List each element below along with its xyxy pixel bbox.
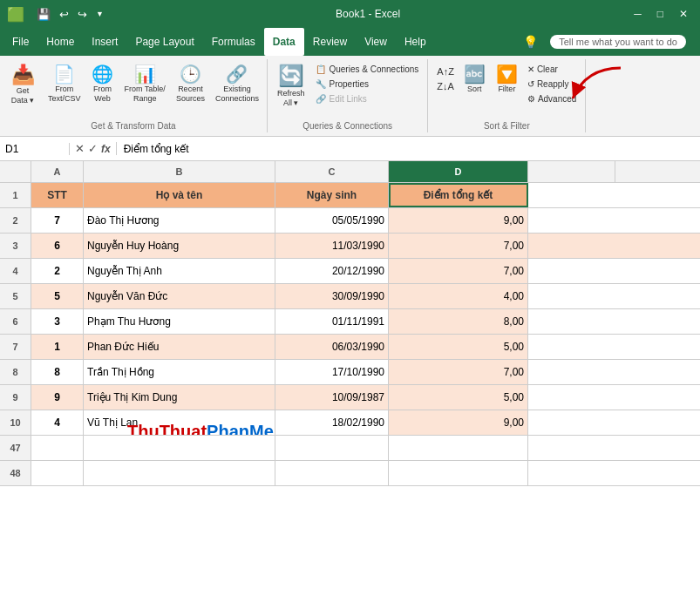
cell-b6[interactable]: Phạm Thu Hương [84, 309, 275, 334]
cell-d8[interactable]: 7,00 [389, 360, 528, 384]
cell-d48[interactable] [389, 461, 528, 485]
cell-b47[interactable] [84, 436, 275, 460]
col-header-b[interactable]: B [84, 161, 275, 182]
cell-c8[interactable]: 17/10/1990 [275, 360, 389, 384]
menu-data[interactable]: Data [264, 28, 304, 56]
col-header-c[interactable]: C [275, 161, 389, 182]
minimize-btn[interactable]: ─ [629, 6, 647, 22]
title-bar: 🟩 💾 ↩ ↪ ▼ Book1 - Excel ─ □ ✕ [0, 0, 700, 28]
cell-b10[interactable]: Vũ Thị Lan ThuThuatPhanMem.vn [84, 410, 275, 435]
cell-a2[interactable]: 7 [31, 208, 84, 233]
recent-sources-btn[interactable]: 🕒 RecentSources [172, 61, 209, 106]
existing-connections-btn[interactable]: 🔗 ExistingConnections [211, 61, 263, 106]
qc-label: Queries & Connections [329, 64, 418, 74]
insert-function-icon[interactable]: fx [101, 143, 111, 155]
cell-c10[interactable]: 18/02/1990 [275, 410, 389, 435]
filter-btn[interactable]: 🔽 Filter [492, 61, 522, 96]
from-table-btn[interactable]: 📊 From Table/Range [120, 61, 170, 106]
cell-a9[interactable]: 9 [31, 385, 84, 410]
cell-b8[interactable]: Trần Thị Hồng [84, 360, 275, 384]
cell-c7[interactable]: 06/03/1990 [275, 335, 389, 359]
cell-b48[interactable] [84, 461, 275, 485]
menu-help[interactable]: Help [396, 28, 435, 56]
from-web-btn[interactable]: 🌐 FromWeb [87, 61, 119, 106]
qa-dropdown-btn[interactable]: ▼ [92, 8, 107, 20]
redo-btn[interactable]: ↪ [74, 6, 91, 23]
queries-connections-btn[interactable]: 📋 Queries & Connections [312, 63, 422, 76]
table-row: 8 8 Trần Thị Hồng 17/10/1990 7,00 [0, 360, 700, 385]
cell-d47[interactable] [389, 436, 528, 460]
cell-d7[interactable]: 5,00 [389, 335, 528, 359]
sort-za-btn[interactable]: Z↓A [433, 79, 458, 93]
cell-b1[interactable]: Họ và tên [84, 183, 275, 207]
save-quick-btn[interactable]: 💾 [33, 6, 54, 23]
get-transform-label: Get & Transform Data [0, 121, 267, 131]
cell-c3[interactable]: 11/03/1990 [275, 234, 389, 258]
close-btn[interactable]: ✕ [674, 6, 693, 22]
row-number-47: 47 [0, 436, 31, 460]
cell-a1[interactable]: STT [31, 183, 84, 207]
menu-file[interactable]: File [3, 28, 37, 56]
cell-a5[interactable]: 5 [31, 284, 84, 308]
menu-page-layout[interactable]: Page Layout [126, 28, 202, 56]
cell-d9[interactable]: 5,00 [389, 385, 528, 410]
formula-input[interactable] [117, 143, 700, 155]
cell-a47[interactable] [31, 436, 84, 460]
cell-b3[interactable]: Nguyễn Huy Hoàng [84, 234, 275, 258]
cell-d10[interactable]: 9,00 [389, 410, 528, 435]
cell-b5[interactable]: Nguyễn Văn Đức [84, 284, 275, 308]
row-number-48: 48 [0, 461, 31, 485]
cell-c1[interactable]: Ngày sinh [275, 183, 389, 207]
col-header-a[interactable]: A [31, 161, 84, 182]
sort-az-btn[interactable]: A↑Z [433, 64, 458, 78]
cell-b9[interactable]: Triệu Thị Kim Dung [84, 385, 275, 410]
from-text-btn[interactable]: 📄 FromText/CSV [44, 61, 85, 106]
menu-home[interactable]: Home [37, 28, 83, 56]
cell-c4[interactable]: 20/12/1990 [275, 259, 389, 283]
cell-a48[interactable] [31, 461, 84, 485]
cell-a4[interactable]: 2 [31, 259, 84, 283]
lightbulb-icon: 💡 [523, 35, 538, 49]
sort-btn[interactable]: 🔤 Sort [459, 61, 490, 96]
cell-b2[interactable]: Đào Thị Hương [84, 208, 275, 233]
cancel-formula-icon[interactable]: ✕ [75, 142, 85, 155]
cell-d4[interactable]: 7,00 [389, 259, 528, 283]
get-data-btn[interactable]: 📥 GetData ▾ [3, 61, 42, 108]
cell-a10[interactable]: 4 [31, 410, 84, 435]
cell-d2[interactable]: 9,00 [389, 208, 528, 233]
cell-a7[interactable]: 1 [31, 335, 84, 359]
reapply-icon: ↺ [527, 79, 534, 89]
menu-review[interactable]: Review [304, 28, 356, 56]
tell-me-box[interactable]: Tell me what you want to do [550, 35, 686, 49]
cell-c2[interactable]: 05/05/1990 [275, 208, 389, 233]
cell-name-box[interactable]: D1 [0, 143, 70, 155]
cell-b7[interactable]: Phan Đức Hiếu [84, 335, 275, 359]
menu-insert[interactable]: Insert [83, 28, 126, 56]
cell-c9[interactable]: 10/09/1987 [275, 385, 389, 410]
properties-btn[interactable]: 🔧 Properties [312, 78, 422, 91]
ribbon-group-get-transform: 📥 GetData ▾ 📄 FromText/CSV 🌐 FromWeb 📊 F… [0, 59, 268, 132]
confirm-formula-icon[interactable]: ✓ [88, 142, 98, 155]
cell-d5[interactable]: 4,00 [389, 284, 528, 308]
cell-d3[interactable]: 7,00 [389, 234, 528, 258]
cell-c5[interactable]: 30/09/1990 [275, 284, 389, 308]
undo-btn[interactable]: ↩ [56, 6, 72, 23]
cell-a3[interactable]: 6 [31, 234, 84, 258]
col-header-d[interactable]: D [389, 161, 528, 182]
cell-a6[interactable]: 3 [31, 309, 84, 334]
menu-view[interactable]: View [356, 28, 396, 56]
menu-formulas[interactable]: Formulas [203, 28, 264, 56]
cell-a8[interactable]: 8 [31, 360, 84, 384]
cell-d1[interactable]: Điểm tổng kết [389, 183, 528, 207]
cell-d6[interactable]: 8,00 [389, 309, 528, 334]
edit-links-btn[interactable]: 🔗 Edit Links [312, 92, 422, 105]
cell-c47[interactable] [275, 436, 389, 460]
row-number-1: 1 [0, 183, 31, 207]
cell-c6[interactable]: 01/11/1991 [275, 309, 389, 334]
cell-c48[interactable] [275, 461, 389, 485]
cell-b4[interactable]: Nguyễn Thị Anh [84, 259, 275, 283]
col-header-e[interactable] [528, 161, 615, 182]
table-row: 48 [0, 461, 700, 486]
maximize-btn[interactable]: □ [652, 6, 669, 22]
refresh-all-btn[interactable]: 🔄 RefreshAll ▾ [273, 61, 309, 110]
